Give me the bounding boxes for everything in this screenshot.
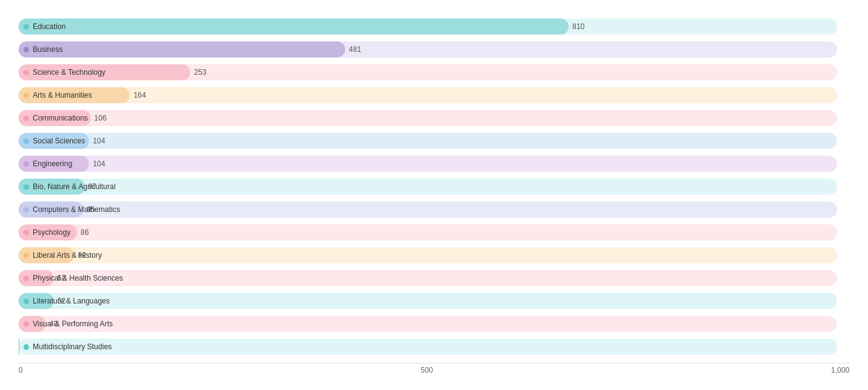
label-dot <box>23 93 29 98</box>
bar-value: 164 <box>133 91 146 100</box>
bar-label: Social Sciences <box>19 133 90 149</box>
label-text: Arts & Humanities <box>33 91 92 100</box>
bar-label: Arts & Humanities <box>19 87 97 103</box>
bar-label: Physical & Health Sciences <box>19 270 128 286</box>
bar-label: Computers & Mathematics <box>19 201 125 218</box>
bar-track <box>19 224 837 240</box>
bar-track <box>19 339 837 355</box>
label-dot <box>23 230 29 235</box>
bar-value: 52 <box>57 274 65 282</box>
bar-label: Communications <box>19 110 93 126</box>
bar-track <box>19 133 837 149</box>
x-axis-label: 0 <box>19 366 23 375</box>
bar-value: 95 <box>87 205 95 214</box>
chart-container: Education810Business481Science & Technol… <box>0 0 868 390</box>
bar-value: 82 <box>78 251 86 260</box>
bar-label: Psychology <box>19 224 75 240</box>
bar-row: Engineering104 <box>19 153 837 174</box>
label-text: Social Sciences <box>33 137 85 145</box>
bar-value: 481 <box>349 45 361 54</box>
label-text: Science & Technology <box>33 68 106 77</box>
label-dot <box>23 321 29 327</box>
x-axis: 05001,000 <box>19 363 849 375</box>
bar-row: Bio, Nature & Agricultural97 <box>19 176 837 197</box>
label-text: Liberal Arts & History <box>33 251 102 260</box>
label-dot <box>23 138 29 144</box>
label-text: Engineering <box>33 159 72 168</box>
bar-row: Business481 <box>19 39 837 60</box>
label-dot <box>23 253 29 258</box>
bar-track <box>19 201 837 218</box>
label-text: Literature & Languages <box>33 297 110 305</box>
bar-row: Science & Technology253 <box>19 62 837 83</box>
bar-value: 810 <box>572 22 585 31</box>
label-text: Education <box>33 22 65 31</box>
bar-track <box>19 293 837 309</box>
label-dot <box>23 344 29 350</box>
bar-label: Bio, Nature & Agricultural <box>19 179 120 195</box>
bar-row: Education810 <box>19 16 837 37</box>
bar-fill <box>19 19 569 35</box>
bar-row: Liberal Arts & History82 <box>19 245 837 266</box>
bar-track <box>19 156 837 172</box>
label-text: Psychology <box>33 228 70 237</box>
x-axis-label: 1,000 <box>831 366 849 375</box>
bar-label: Business <box>19 41 68 57</box>
bar-row: Multidisciplinary Studies <box>19 336 837 357</box>
label-text: Visual & Performing Arts <box>33 320 113 328</box>
label-text: Multidisciplinary Studies <box>33 342 112 351</box>
bar-row: Social Sciences104 <box>19 130 837 151</box>
bar-track <box>19 316 837 332</box>
label-text: Computers & Mathematics <box>33 205 120 214</box>
bar-label: Engineering <box>19 156 77 172</box>
bar-value: 52 <box>57 297 65 305</box>
bar-label: Literature & Languages <box>19 293 115 309</box>
bar-value: 106 <box>94 114 107 122</box>
bar-value: 253 <box>194 68 206 77</box>
label-dot <box>23 207 29 213</box>
bar-label: Visual & Performing Arts <box>19 316 118 332</box>
bar-row: Psychology86 <box>19 222 837 243</box>
label-dot <box>23 276 29 281</box>
label-text: Physical & Health Sciences <box>33 274 123 282</box>
bar-track <box>19 110 837 126</box>
bar-value: 40 <box>49 320 57 328</box>
x-axis-label: 500 <box>420 366 433 375</box>
label-text: Bio, Nature & Agricultural <box>33 182 115 191</box>
bar-label: Education <box>19 19 70 35</box>
bar-row: Communications106 <box>19 108 837 129</box>
bar-row: Visual & Performing Arts40 <box>19 313 837 334</box>
bar-row: Physical & Health Sciences52 <box>19 268 837 289</box>
label-dot <box>23 70 29 75</box>
bar-label: Science & Technology <box>19 64 111 80</box>
label-dot <box>23 116 29 121</box>
label-dot <box>23 299 29 304</box>
label-dot <box>23 47 29 53</box>
bar-row: Literature & Languages52 <box>19 290 837 312</box>
label-text: Communications <box>33 114 88 122</box>
bar-track <box>19 247 837 263</box>
bar-row: Arts & Humanities164 <box>19 85 837 106</box>
bar-track <box>19 270 837 286</box>
bar-value: 86 <box>81 228 89 237</box>
bar-row: Computers & Mathematics95 <box>19 199 837 220</box>
bars-area: Education810Business481Science & Technol… <box>19 16 849 359</box>
bar-label: Liberal Arts & History <box>19 247 107 263</box>
label-dot <box>23 184 29 190</box>
label-text: Business <box>33 45 63 54</box>
bar-value: 104 <box>93 137 105 145</box>
label-dot <box>23 161 29 167</box>
bar-value: 104 <box>93 159 105 168</box>
bar-value: 97 <box>88 182 96 191</box>
bar-track <box>19 179 837 195</box>
bar-label: Multidisciplinary Studies <box>19 339 117 355</box>
label-dot <box>23 24 29 30</box>
